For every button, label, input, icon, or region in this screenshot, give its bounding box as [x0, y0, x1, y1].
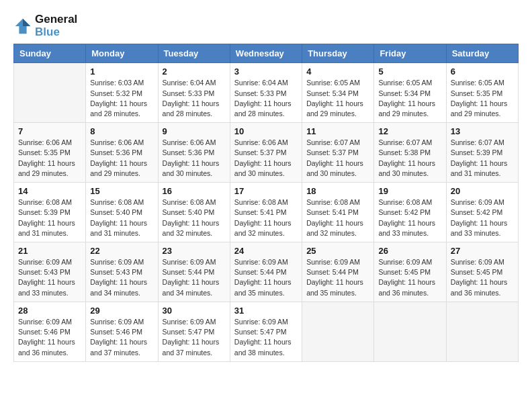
- calendar-day-cell: 16Sunrise: 6:08 AM Sunset: 5:40 PM Dayli…: [158, 183, 230, 242]
- calendar-weekday-header: Monday: [86, 44, 158, 63]
- calendar-day-cell: [302, 302, 374, 361]
- day-number: 14: [18, 186, 81, 196]
- calendar-day-cell: 6Sunrise: 6:05 AM Sunset: 5:35 PM Daylig…: [446, 63, 518, 123]
- calendar-day-cell: 14Sunrise: 6:08 AM Sunset: 5:39 PM Dayli…: [14, 183, 86, 242]
- calendar-day-cell: 3Sunrise: 6:04 AM Sunset: 5:33 PM Daylig…: [230, 63, 302, 123]
- day-detail: Sunrise: 6:09 AM Sunset: 5:45 PM Dayligh…: [451, 257, 514, 298]
- day-detail: Sunrise: 6:09 AM Sunset: 5:43 PM Dayligh…: [90, 257, 153, 298]
- day-detail: Sunrise: 6:04 AM Sunset: 5:33 PM Dayligh…: [163, 78, 226, 119]
- day-detail: Sunrise: 6:06 AM Sunset: 5:35 PM Dayligh…: [18, 138, 81, 179]
- calendar-weekday-header: Friday: [374, 44, 446, 63]
- day-detail: Sunrise: 6:05 AM Sunset: 5:35 PM Dayligh…: [451, 78, 514, 119]
- calendar-day-cell: 25Sunrise: 6:09 AM Sunset: 5:44 PM Dayli…: [302, 242, 374, 302]
- calendar-day-cell: 5Sunrise: 6:05 AM Sunset: 5:34 PM Daylig…: [374, 63, 446, 123]
- calendar-week-row: 21Sunrise: 6:09 AM Sunset: 5:43 PM Dayli…: [14, 242, 519, 302]
- calendar-day-cell: 29Sunrise: 6:09 AM Sunset: 5:46 PM Dayli…: [86, 302, 158, 361]
- calendar-day-cell: 31Sunrise: 6:09 AM Sunset: 5:47 PM Dayli…: [230, 302, 302, 361]
- calendar-day-cell: 7Sunrise: 6:06 AM Sunset: 5:35 PM Daylig…: [14, 123, 86, 183]
- logo: General Blue: [13, 13, 77, 38]
- day-number: 13: [451, 126, 514, 136]
- day-detail: Sunrise: 6:06 AM Sunset: 5:36 PM Dayligh…: [90, 138, 153, 179]
- day-number: 28: [18, 306, 81, 316]
- calendar-day-cell: 11Sunrise: 6:07 AM Sunset: 5:37 PM Dayli…: [302, 123, 374, 183]
- day-number: 11: [306, 126, 369, 136]
- day-detail: Sunrise: 6:09 AM Sunset: 5:47 PM Dayligh…: [234, 317, 298, 358]
- calendar-day-cell: 17Sunrise: 6:08 AM Sunset: 5:41 PM Dayli…: [230, 183, 302, 242]
- calendar-day-cell: 23Sunrise: 6:09 AM Sunset: 5:44 PM Dayli…: [158, 242, 230, 302]
- calendar-day-cell: [14, 63, 86, 123]
- day-number: 23: [163, 246, 226, 256]
- day-detail: Sunrise: 6:08 AM Sunset: 5:40 PM Dayligh…: [163, 197, 226, 238]
- day-detail: Sunrise: 6:09 AM Sunset: 5:42 PM Dayligh…: [451, 197, 514, 238]
- day-detail: Sunrise: 6:07 AM Sunset: 5:38 PM Dayligh…: [378, 138, 441, 179]
- day-number: 10: [234, 126, 298, 136]
- calendar-weekday-header: Saturday: [446, 44, 518, 63]
- calendar-day-cell: 28Sunrise: 6:09 AM Sunset: 5:46 PM Dayli…: [14, 302, 86, 361]
- calendar-day-cell: 27Sunrise: 6:09 AM Sunset: 5:45 PM Dayli…: [446, 242, 518, 302]
- day-number: 17: [234, 186, 298, 196]
- day-detail: Sunrise: 6:08 AM Sunset: 5:39 PM Dayligh…: [18, 197, 81, 238]
- calendar-day-cell: 24Sunrise: 6:09 AM Sunset: 5:44 PM Dayli…: [230, 242, 302, 302]
- day-detail: Sunrise: 6:08 AM Sunset: 5:40 PM Dayligh…: [90, 197, 153, 238]
- day-number: 6: [451, 66, 514, 77]
- calendar-day-cell: 9Sunrise: 6:06 AM Sunset: 5:36 PM Daylig…: [158, 123, 230, 183]
- calendar-header-row: SundayMondayTuesdayWednesdayThursdayFrid…: [14, 44, 519, 63]
- day-detail: Sunrise: 6:08 AM Sunset: 5:41 PM Dayligh…: [306, 197, 369, 238]
- day-detail: Sunrise: 6:05 AM Sunset: 5:34 PM Dayligh…: [306, 78, 369, 119]
- day-detail: Sunrise: 6:08 AM Sunset: 5:41 PM Dayligh…: [234, 197, 298, 238]
- calendar-day-cell: 1Sunrise: 6:03 AM Sunset: 5:32 PM Daylig…: [86, 63, 158, 123]
- calendar-weekday-header: Sunday: [14, 44, 86, 63]
- calendar-day-cell: 21Sunrise: 6:09 AM Sunset: 5:43 PM Dayli…: [14, 242, 86, 302]
- day-detail: Sunrise: 6:09 AM Sunset: 5:44 PM Dayligh…: [306, 257, 369, 298]
- day-detail: Sunrise: 6:09 AM Sunset: 5:44 PM Dayligh…: [234, 257, 298, 298]
- calendar-day-cell: [446, 302, 518, 361]
- calendar-week-row: 1Sunrise: 6:03 AM Sunset: 5:32 PM Daylig…: [14, 63, 519, 123]
- calendar-day-cell: 2Sunrise: 6:04 AM Sunset: 5:33 PM Daylig…: [158, 63, 230, 123]
- day-number: 5: [378, 66, 441, 77]
- day-detail: Sunrise: 6:06 AM Sunset: 5:36 PM Dayligh…: [163, 138, 226, 179]
- calendar-table: SundayMondayTuesdayWednesdayThursdayFrid…: [13, 44, 519, 361]
- day-detail: Sunrise: 6:07 AM Sunset: 5:37 PM Dayligh…: [306, 138, 369, 179]
- day-number: 8: [90, 126, 153, 136]
- calendar-day-cell: 20Sunrise: 6:09 AM Sunset: 5:42 PM Dayli…: [446, 183, 518, 242]
- svg-marker-1: [23, 18, 30, 26]
- calendar-day-cell: 8Sunrise: 6:06 AM Sunset: 5:36 PM Daylig…: [86, 123, 158, 183]
- calendar-week-row: 7Sunrise: 6:06 AM Sunset: 5:35 PM Daylig…: [14, 123, 519, 183]
- logo-icon: [13, 17, 32, 36]
- calendar-day-cell: 19Sunrise: 6:08 AM Sunset: 5:42 PM Dayli…: [374, 183, 446, 242]
- day-number: 3: [234, 66, 298, 77]
- day-number: 31: [234, 306, 298, 316]
- day-number: 2: [163, 66, 226, 77]
- day-number: 16: [163, 186, 226, 196]
- calendar-day-cell: 15Sunrise: 6:08 AM Sunset: 5:40 PM Dayli…: [86, 183, 158, 242]
- calendar-day-cell: 22Sunrise: 6:09 AM Sunset: 5:43 PM Dayli…: [86, 242, 158, 302]
- calendar-weekday-header: Tuesday: [158, 44, 230, 63]
- calendar-weekday-header: Thursday: [302, 44, 374, 63]
- day-detail: Sunrise: 6:09 AM Sunset: 5:47 PM Dayligh…: [163, 317, 226, 358]
- day-number: 19: [378, 186, 441, 196]
- calendar-day-cell: 30Sunrise: 6:09 AM Sunset: 5:47 PM Dayli…: [158, 302, 230, 361]
- day-number: 1: [90, 66, 153, 77]
- calendar-day-cell: 10Sunrise: 6:06 AM Sunset: 5:37 PM Dayli…: [230, 123, 302, 183]
- page-header: General Blue: [13, 13, 519, 38]
- day-number: 20: [451, 186, 514, 196]
- day-detail: Sunrise: 6:09 AM Sunset: 5:46 PM Dayligh…: [18, 317, 81, 358]
- day-number: 22: [90, 246, 153, 256]
- day-detail: Sunrise: 6:08 AM Sunset: 5:42 PM Dayligh…: [378, 197, 441, 238]
- day-number: 15: [90, 186, 153, 196]
- day-number: 9: [163, 126, 226, 136]
- day-number: 30: [163, 306, 226, 316]
- day-number: 24: [234, 246, 298, 256]
- calendar-weekday-header: Wednesday: [230, 44, 302, 63]
- day-detail: Sunrise: 6:05 AM Sunset: 5:34 PM Dayligh…: [378, 78, 441, 119]
- day-number: 7: [18, 126, 81, 136]
- day-detail: Sunrise: 6:09 AM Sunset: 5:43 PM Dayligh…: [18, 257, 81, 298]
- day-detail: Sunrise: 6:09 AM Sunset: 5:44 PM Dayligh…: [163, 257, 226, 298]
- day-number: 26: [378, 246, 441, 256]
- day-detail: Sunrise: 6:07 AM Sunset: 5:39 PM Dayligh…: [451, 138, 514, 179]
- day-number: 25: [306, 246, 369, 256]
- day-detail: Sunrise: 6:09 AM Sunset: 5:45 PM Dayligh…: [378, 257, 441, 298]
- day-number: 18: [306, 186, 369, 196]
- day-detail: Sunrise: 6:06 AM Sunset: 5:37 PM Dayligh…: [234, 138, 298, 179]
- day-detail: Sunrise: 6:04 AM Sunset: 5:33 PM Dayligh…: [234, 78, 298, 119]
